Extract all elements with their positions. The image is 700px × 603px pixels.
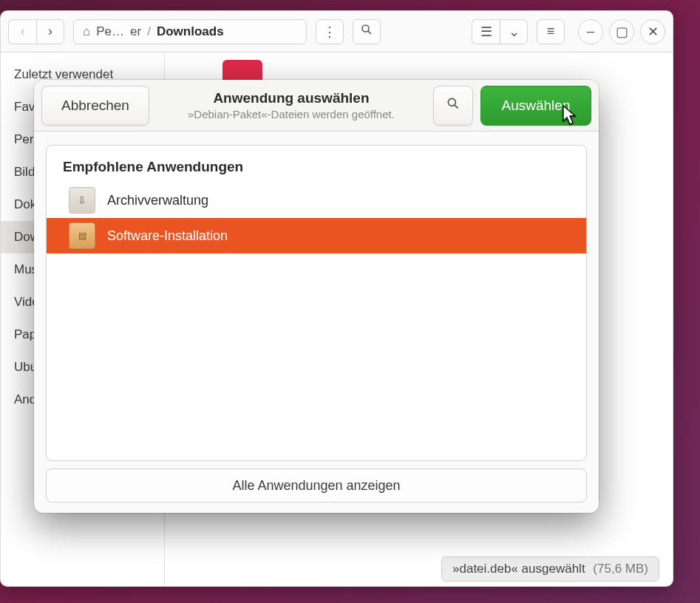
breadcrumb-separator: / xyxy=(147,24,151,39)
svg-point-0 xyxy=(362,25,369,32)
app-row-label: Software-Installation xyxy=(107,228,228,244)
maximize-icon: ▢ xyxy=(616,24,628,40)
breadcrumb-home[interactable]: Pe… xyxy=(96,24,124,39)
svg-line-3 xyxy=(455,105,458,109)
breadcrumb-current[interactable]: Downloads xyxy=(157,24,224,39)
close-icon: ✕ xyxy=(648,24,659,40)
back-button[interactable]: ‹ xyxy=(8,19,36,44)
status-size: (75,6 MB) xyxy=(593,562,648,576)
dialog-body: Empfohlene Anwendungen Archivverwaltung … xyxy=(34,132,599,513)
view-dropdown-button[interactable]: ⌄ xyxy=(500,19,528,44)
dialog-search-button[interactable] xyxy=(433,86,473,126)
forward-button[interactable]: › xyxy=(36,19,64,44)
chevron-right-icon: › xyxy=(48,24,52,39)
hamburger-menu-button[interactable]: ≡ xyxy=(537,19,565,44)
app-row-software-install[interactable]: Software-Installation xyxy=(47,218,586,253)
list-icon: ☰ xyxy=(480,24,492,40)
path-menu-button[interactable]: ⋮ xyxy=(316,19,344,44)
dialog-header: Abbrechen Anwendung auswählen »Debian-Pa… xyxy=(34,80,599,132)
status-text: »datei.deb« ausgewählt xyxy=(452,562,585,576)
dialog-title: Anwendung auswählen xyxy=(157,89,426,107)
recommended-apps-header: Empfohlene Anwendungen xyxy=(47,146,586,183)
dialog-subtitle: »Debian-Paket«-Dateien werden geöffnet. xyxy=(157,108,426,122)
search-button[interactable] xyxy=(353,19,381,44)
show-all-apps-button[interactable]: Alle Anwendungen anzeigen xyxy=(46,469,587,502)
app-row-archive[interactable]: Archivverwaltung xyxy=(47,183,586,218)
breadcrumb[interactable]: ⌂ Pe… er / Downloads xyxy=(73,19,307,44)
app-list: Empfohlene Anwendungen Archivverwaltung … xyxy=(46,145,587,461)
breadcrumb-home-suffix: er xyxy=(130,24,141,39)
package-icon xyxy=(69,222,95,249)
window-controls: – ▢ ✕ xyxy=(578,19,665,44)
file-manager-toolbar: ‹ › ⌂ Pe… er / Downloads ⋮ ☰ xyxy=(1,11,673,52)
search-icon xyxy=(360,23,373,40)
svg-line-1 xyxy=(368,31,371,34)
app-row-label: Archivverwaltung xyxy=(107,193,208,208)
svg-point-2 xyxy=(448,98,455,106)
chevron-left-icon: ‹ xyxy=(21,24,25,39)
search-icon xyxy=(446,96,461,115)
app-chooser-dialog: Abbrechen Anwendung auswählen »Debian-Pa… xyxy=(34,80,599,513)
archive-manager-icon xyxy=(69,187,95,214)
view-list-button[interactable]: ☰ xyxy=(472,19,500,44)
cancel-button[interactable]: Abbrechen xyxy=(41,86,149,126)
chevron-down-icon: ⌄ xyxy=(509,24,520,40)
kebab-icon: ⋮ xyxy=(323,24,336,40)
menu-icon: ≡ xyxy=(547,24,555,39)
home-icon: ⌂ xyxy=(83,24,90,39)
maximize-button[interactable]: ▢ xyxy=(609,19,634,44)
minimize-button[interactable]: – xyxy=(578,19,603,44)
status-bar: »datei.deb« ausgewählt (75,6 MB) xyxy=(441,556,659,582)
view-group: ☰ ⌄ xyxy=(472,19,528,44)
close-button[interactable]: ✕ xyxy=(640,19,665,44)
nav-group: ‹ › xyxy=(8,19,64,44)
dialog-title-area: Anwendung auswählen »Debian-Paket«-Datei… xyxy=(157,89,426,122)
select-button[interactable]: Auswählen xyxy=(480,86,591,126)
minimize-icon: – xyxy=(587,24,594,39)
